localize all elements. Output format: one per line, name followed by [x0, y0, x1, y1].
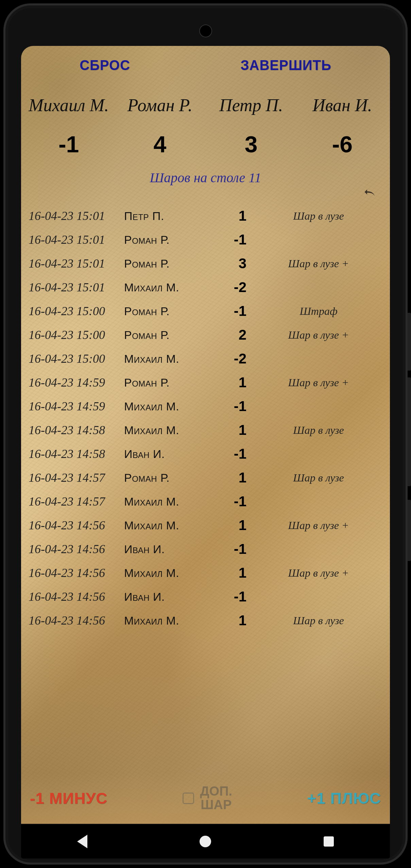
log-delta: 1 — [207, 612, 255, 629]
undo-row — [21, 186, 390, 201]
log-delta: -1 — [207, 232, 255, 248]
player-score: 3 — [206, 131, 297, 157]
log-delta: 1 — [207, 422, 255, 438]
log-timestamp: 16-04-23 14:56 — [29, 518, 119, 532]
player-column[interactable]: Роман Р. 4 — [114, 95, 205, 157]
log-row: 16-04-23 14:56Михаил М.1Шар в лузе — [29, 609, 382, 632]
log-row: 16-04-23 15:01Роман Р.-1 — [29, 228, 382, 252]
player-name: Михаил М. — [23, 95, 114, 115]
log-timestamp: 16-04-23 14:56 — [29, 613, 119, 628]
log-delta: 1 — [207, 374, 255, 391]
log-note: Шар в лузе — [255, 614, 382, 627]
log-row: 16-04-23 15:01Роман Р.3Шар в лузе + — [29, 252, 382, 275]
log-timestamp: 16-04-23 14:56 — [29, 542, 119, 556]
log-row: 16-04-23 14:58Михаил М.1Шар в лузе — [29, 418, 382, 442]
finish-button[interactable]: ЗАВЕРШИТЬ — [240, 57, 331, 73]
log-player: Михаил М. — [119, 614, 207, 627]
log-note: Шар в лузе — [255, 472, 382, 484]
log-player: Роман Р. — [119, 471, 207, 484]
log-delta: 1 — [207, 517, 255, 533]
player-score: 4 — [114, 131, 205, 157]
log-delta: 3 — [207, 255, 255, 272]
log-note: Шар в лузе + — [255, 329, 382, 341]
log-delta: -1 — [207, 303, 255, 319]
log-timestamp: 16-04-23 14:59 — [29, 399, 119, 413]
events-log[interactable]: 16-04-23 15:01Петр П.1Шар в лузе16-04-23… — [21, 204, 390, 724]
log-timestamp: 16-04-23 14:56 — [29, 566, 119, 580]
log-player: Роман Р. — [119, 233, 207, 246]
log-player: Михаил М. — [119, 519, 207, 532]
log-timestamp: 16-04-23 15:01 — [29, 233, 119, 247]
undo-icon[interactable] — [363, 187, 378, 202]
log-row: 16-04-23 15:00Роман Р.-1Штраф — [29, 299, 382, 323]
log-delta: 1 — [207, 470, 255, 486]
log-row: 16-04-23 14:58Иван И.-1 — [29, 442, 382, 466]
log-delta: -1 — [207, 541, 255, 557]
log-note: Шар в лузе — [255, 210, 382, 222]
log-delta: -2 — [207, 279, 255, 295]
log-player: Михаил М. — [119, 352, 207, 365]
log-note: Шар в лузе + — [255, 376, 382, 389]
log-row: 16-04-23 14:56Михаил М.1Шар в лузе + — [29, 513, 382, 537]
log-row: 16-04-23 14:59Михаил М.-1 — [29, 394, 382, 418]
log-delta: 1 — [207, 208, 255, 224]
log-row: 16-04-23 14:59Роман Р.1Шар в лузе + — [29, 371, 382, 394]
player-name: Петр П. — [206, 95, 297, 115]
log-timestamp: 16-04-23 14:58 — [29, 447, 119, 461]
log-player: Роман Р. — [119, 305, 207, 318]
log-delta: -2 — [207, 351, 255, 367]
log-delta: -1 — [207, 493, 255, 510]
player-column[interactable]: Михаил М. -1 — [23, 95, 114, 157]
log-player: Иван И. — [119, 543, 207, 556]
log-delta: 2 — [207, 327, 255, 343]
players-scoreboard: Михаил М. -1 Роман Р. 4 Петр П. 3 Иван И… — [21, 78, 390, 157]
log-note: Шар в лузе + — [255, 519, 382, 532]
app-screen: СБРОС ЗАВЕРШИТЬ Михаил М. -1 Роман Р. 4 … — [21, 46, 390, 824]
log-delta: -1 — [207, 398, 255, 414]
minus-one-button[interactable]: -1 МИНУС — [30, 789, 107, 807]
log-delta: 1 — [207, 565, 255, 581]
log-row: 16-04-23 15:01Михаил М.-2 — [29, 275, 382, 299]
nav-home-icon[interactable] — [200, 836, 211, 847]
balls-on-table-label: Шаров на столе 11 — [21, 170, 390, 186]
log-player: Михаил М. — [119, 400, 207, 413]
log-delta: -1 — [207, 446, 255, 462]
player-column[interactable]: Петр П. 3 — [206, 95, 297, 157]
bottombar: -1 МИНУС ДОП. ШАР +1 ПЛЮС — [21, 773, 390, 824]
player-name: Роман Р. — [114, 95, 205, 115]
log-player: Михаил М. — [119, 424, 207, 437]
log-row: 16-04-23 14:56Михаил М.1Шар в лузе + — [29, 561, 382, 585]
log-row: 16-04-23 15:00Михаил М.-2 — [29, 347, 382, 371]
reset-button[interactable]: СБРОС — [80, 57, 130, 73]
log-delta: -1 — [207, 589, 255, 605]
log-note: Штраф — [255, 305, 382, 318]
player-score: -6 — [297, 131, 388, 157]
plus-one-button[interactable]: +1 ПЛЮС — [307, 789, 381, 807]
log-timestamp: 16-04-23 14:57 — [29, 471, 119, 485]
log-player: Петр П. — [119, 209, 207, 223]
log-timestamp: 16-04-23 14:59 — [29, 375, 119, 390]
device-camera — [199, 24, 212, 37]
nav-back-icon[interactable] — [77, 835, 87, 848]
log-row: 16-04-23 15:00Роман Р.2Шар в лузе + — [29, 323, 382, 347]
log-row: 16-04-23 14:56Иван И.-1 — [29, 537, 382, 561]
log-timestamp: 16-04-23 14:56 — [29, 590, 119, 604]
topbar: СБРОС ЗАВЕРШИТЬ — [21, 46, 390, 78]
log-player: Роман Р. — [119, 328, 207, 342]
log-row: 16-04-23 15:01Петр П.1Шар в лузе — [29, 204, 382, 228]
log-player: Михаил М. — [119, 281, 207, 294]
log-timestamp: 16-04-23 15:00 — [29, 328, 119, 342]
extra-ball-toggle[interactable]: ДОП. ШАР — [183, 785, 233, 812]
player-column[interactable]: Иван И. -6 — [297, 95, 388, 157]
log-row: 16-04-23 14:57Роман Р.1Шар в лузе — [29, 466, 382, 490]
log-timestamp: 16-04-23 15:01 — [29, 280, 119, 294]
checkbox-icon — [183, 793, 194, 804]
android-navbar — [21, 824, 390, 858]
log-timestamp: 16-04-23 15:01 — [29, 209, 119, 223]
log-note: Шар в лузе + — [255, 567, 382, 579]
log-player: Михаил М. — [119, 566, 207, 580]
nav-recent-icon[interactable] — [324, 836, 334, 847]
player-name: Иван И. — [297, 95, 388, 115]
log-row: 16-04-23 14:57Михаил М.-1 — [29, 490, 382, 513]
log-player: Михаил М. — [119, 495, 207, 508]
